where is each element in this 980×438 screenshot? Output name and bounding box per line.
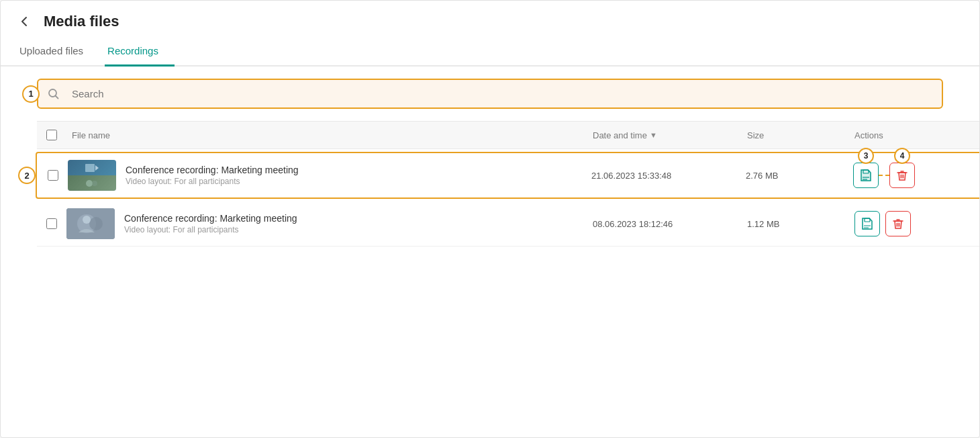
row1-subtitle: Video layout: For all participants (126, 177, 299, 186)
col-size: Size (742, 128, 849, 143)
svg-marker-2 (95, 165, 99, 171)
search-wrapper (37, 79, 943, 109)
table-row: Conference recording: Marketing meeting … (36, 152, 980, 199)
row2-subtitle: Video layout: For all participants (124, 225, 297, 234)
row1-file-cell: Conference recording: Marketing meeting … (68, 160, 586, 191)
col-actions: Actions (849, 128, 980, 143)
tab-uploaded-files[interactable]: Uploaded files (17, 37, 99, 67)
row1-thumbnail (68, 160, 116, 191)
row2-save-button[interactable] (854, 211, 880, 236)
svg-point-10 (83, 216, 91, 224)
annotation-4: 4 (894, 148, 910, 164)
page-header: Media files (1, 1, 979, 37)
files-table: File name Date and time ▼ Size Actions 2 (37, 121, 980, 247)
tab-recordings[interactable]: Recordings (105, 37, 175, 67)
svg-rect-1 (85, 164, 95, 172)
row1-actions: 3 (848, 163, 980, 188)
svg-point-3 (86, 180, 93, 187)
back-button[interactable] (17, 13, 36, 30)
row1-size: 2.76 MB (740, 171, 848, 181)
row1-filename: Conference recording: Marketing meeting (126, 165, 299, 175)
svg-point-9 (89, 217, 103, 230)
annotation-2: 2 (18, 167, 36, 184)
search-icon (38, 88, 66, 100)
select-all-checkbox[interactable] (46, 130, 57, 140)
row2-file-cell: Conference recording: Marketing meeting … (66, 208, 587, 239)
row2-checkbox[interactable] (46, 218, 57, 229)
svg-point-4 (92, 181, 97, 186)
col-date[interactable]: Date and time ▼ (587, 128, 742, 143)
annotation-1: 1 (22, 85, 40, 103)
row2-filename: Conference recording: Marketing meeting (124, 213, 297, 224)
row1-save-button[interactable] (853, 163, 879, 188)
col-filename: File name (66, 128, 587, 143)
row2-thumbnail (66, 208, 115, 239)
row1-delete-button[interactable] (889, 163, 915, 188)
table-header: File name Date and time ▼ Size Actions (37, 121, 980, 149)
row2-date: 08.06.2023 18:12:46 (587, 219, 742, 229)
table-row: Conference recording: Marketing meeting … (37, 202, 980, 247)
tabs-bar: Uploaded files Recordings (1, 37, 979, 67)
row2-actions (849, 211, 980, 236)
sort-arrow: ▼ (650, 131, 657, 139)
annotation-3: 3 (858, 148, 874, 164)
row2-delete-button[interactable] (885, 211, 911, 236)
search-input[interactable] (66, 80, 942, 107)
page-title: Media files (44, 13, 119, 30)
row2-size: 1.12 MB (742, 219, 849, 229)
row1-date: 21.06.2023 15:33:48 (586, 171, 740, 181)
row1-checkbox[interactable] (48, 170, 58, 181)
